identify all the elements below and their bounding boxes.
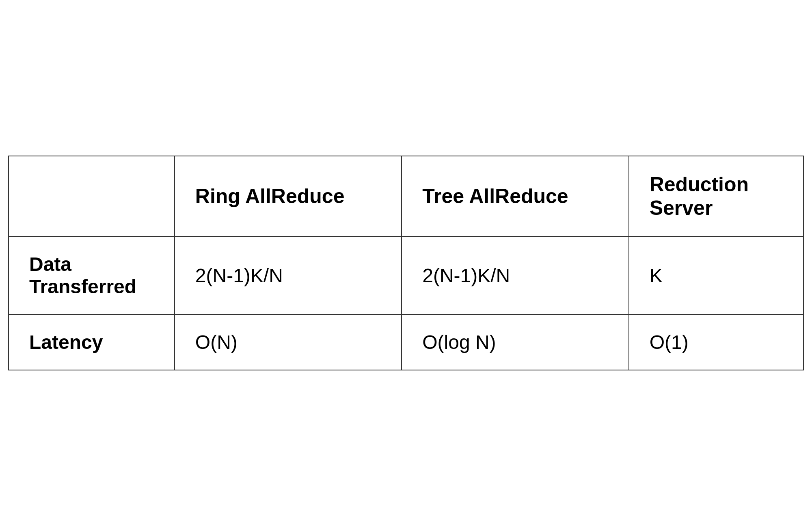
header-empty-cell: [9, 156, 175, 236]
table-row: Latency O(N) O(log N) O(1): [9, 314, 803, 370]
data-transferred-ring: 2(N-1)K/N: [175, 236, 402, 314]
header-reduction-server: Reduction Server: [629, 156, 803, 236]
data-transferred-tree: 2(N-1)K/N: [402, 236, 628, 314]
latency-ring: O(N): [175, 314, 402, 370]
header-ring-allreduce: Ring AllReduce: [175, 156, 402, 236]
table-row: Data Transferred 2(N-1)K/N 2(N-1)K/N K: [9, 236, 803, 314]
latency-reduction: O(1): [629, 314, 803, 370]
latency-label: Latency: [9, 314, 175, 370]
data-transferred-reduction: K: [629, 236, 803, 314]
data-transferred-label: Data Transferred: [9, 236, 175, 314]
comparison-table: Ring AllReduce Tree AllReduce Reduction …: [8, 156, 804, 370]
table-container: Ring AllReduce Tree AllReduce Reduction …: [8, 156, 804, 370]
header-tree-allreduce: Tree AllReduce: [402, 156, 628, 236]
header-row: Ring AllReduce Tree AllReduce Reduction …: [9, 156, 803, 236]
latency-tree: O(log N): [402, 314, 628, 370]
